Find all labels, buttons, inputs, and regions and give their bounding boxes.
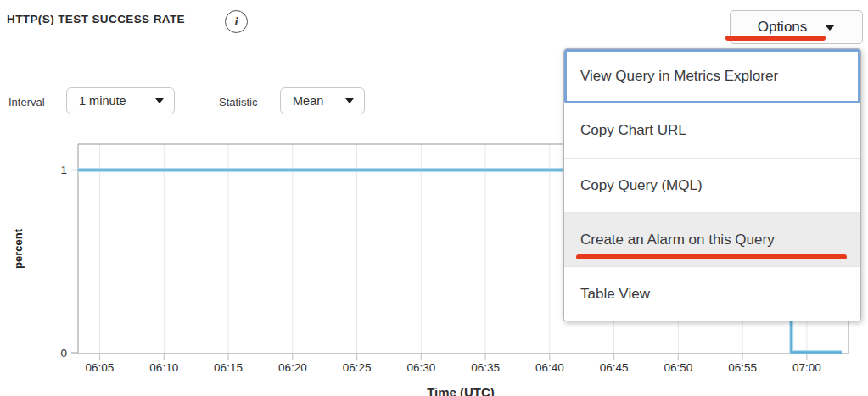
chevron-down-icon: [155, 98, 164, 103]
metric-chart-widget: HTTP(S) TEST SUCCESS RATE i Options Inte…: [0, 0, 868, 396]
menu-item-table-view[interactable]: Table View: [564, 266, 860, 321]
menu-item-view-query-in-metrics-explorer[interactable]: View Query in Metrics Explorer: [564, 49, 860, 103]
statistic-value: Mean: [293, 94, 323, 108]
x-tick-label: 06:35: [471, 361, 500, 374]
y-axis-title: percent: [12, 228, 25, 269]
red-annotation-underline-create-alarm: [576, 254, 847, 259]
options-dropdown-menu: View Query in Metrics Explorer Copy Char…: [563, 48, 861, 321]
chevron-down-icon: [345, 98, 354, 103]
statistic-select[interactable]: Mean: [280, 87, 365, 114]
y-tick-label: 0: [60, 347, 67, 360]
menu-item-copy-query-mql[interactable]: Copy Query (MQL): [564, 158, 860, 212]
interval-select[interactable]: 1 minute: [66, 87, 175, 114]
x-tick-label: 06:25: [343, 361, 372, 374]
menu-item-create-alarm-on-query[interactable]: Create an Alarm on this Query: [564, 212, 860, 266]
menu-item-label: View Query in Metrics Explorer: [580, 68, 778, 85]
chevron-down-icon: [825, 25, 835, 31]
x-tick-label: 06:05: [86, 361, 115, 374]
x-tick-label: 06:10: [149, 361, 178, 374]
interval-value: 1 minute: [79, 94, 126, 108]
x-tick-label: 06:30: [406, 361, 435, 374]
menu-item-label: Create an Alarm on this Query: [580, 231, 775, 248]
x-tick-label: 06:55: [728, 361, 757, 374]
x-tick-label: 06:15: [214, 361, 243, 374]
red-annotation-underline-options: [725, 36, 826, 41]
menu-item-label: Table View: [580, 286, 650, 303]
x-tick-label: 07:00: [792, 361, 821, 374]
options-button-label: Options: [758, 19, 808, 36]
menu-item-label: Copy Chart URL: [580, 122, 686, 139]
x-tick-label: 06:45: [600, 361, 629, 374]
x-tick-label: 06:40: [535, 361, 564, 374]
y-tick-label: 1: [60, 164, 67, 176]
x-tick-label: 06:50: [664, 361, 692, 374]
x-tick-label: 06:20: [278, 361, 307, 374]
menu-item-label: Copy Query (MQL): [580, 177, 703, 194]
menu-item-copy-chart-url[interactable]: Copy Chart URL: [564, 103, 860, 158]
